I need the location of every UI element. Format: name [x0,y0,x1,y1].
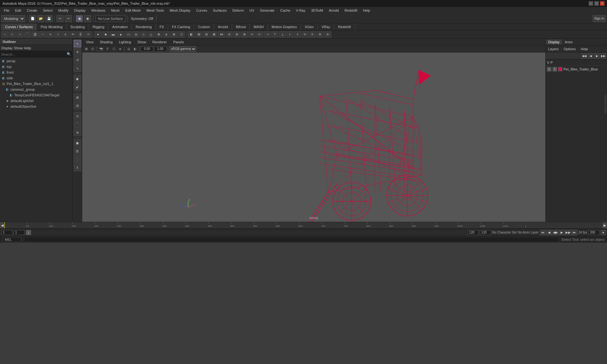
rotate-tool-btn[interactable]: ↺ [74,56,81,64]
menu-item-surfaces[interactable]: Surfaces [211,8,229,13]
menu-item-uv[interactable]: UV [247,8,257,13]
play-back-btn[interactable]: ◀▶ [553,230,558,235]
paint-btn[interactable]: 🖌 [74,83,81,91]
detach-btn[interactable]: ⊥ [279,31,286,38]
current-frame-input[interactable] [14,230,25,235]
menu-item-file[interactable]: File [1,8,12,13]
frame-range-end-display[interactable] [480,230,491,235]
viewport-menu-show[interactable]: Show [135,39,149,45]
viewport-menu-view[interactable]: View [83,39,96,45]
outliner-search-input[interactable] [1,52,67,56]
menu-item-arnold[interactable]: Arnold [326,8,341,13]
tab-fx[interactable]: FX [156,23,168,30]
frame-end-input[interactable] [468,230,479,235]
script-btn[interactable]: λ [74,164,81,171]
frame-start-input[interactable] [1,230,12,235]
rect-icon-btn[interactable]: □ [9,31,16,38]
target-weld-btn[interactable]: ⊙ [226,31,233,38]
snap-curve-btn[interactable]: ⌒ [74,120,81,128]
redo-btn[interactable]: ↪ [65,15,72,22]
pipe-btn[interactable]: ⊕ [155,31,162,38]
bridge-btn[interactable]: ⊟ [203,31,210,38]
timeline-scroll-left[interactable]: ◀ [0,222,4,229]
outliner-item[interactable]: ●defaultObjectSet [0,104,72,109]
menu-item-edit[interactable]: Edit [13,8,24,13]
helix2-btn[interactable]: ⌀ [163,31,170,38]
viewport-canvas[interactable]: front [82,52,545,222]
offset-edge-btn[interactable]: ⊣ [264,31,271,38]
vp-wireframe-btn[interactable]: ⬡ [111,46,117,52]
spiral-icon-btn[interactable]: @ [32,31,39,38]
soft-select-btn[interactable]: ◉ [74,75,81,82]
torus-btn[interactable]: ◎ [132,31,139,38]
close-button[interactable]: ✕ [600,1,604,6]
boolean-btn[interactable]: ⊨ [302,31,309,38]
viewport-menu-shading[interactable]: Shading [97,39,115,45]
select-tool-btn[interactable]: ↖ [74,40,81,47]
tab-fx-caching[interactable]: FX Caching [168,23,194,30]
tab-rigging[interactable]: Rigging [89,23,108,30]
tab-motion-graphics[interactable]: Motion Graphics [268,23,301,30]
outliner-item[interactable]: ◧front [0,70,72,75]
viewport-menu-lighting[interactable]: Lighting [116,39,134,45]
menu-item-display[interactable]: Display [72,8,88,13]
smooth-btn[interactable]: ⊩ [309,31,316,38]
vp-fit-sel-btn[interactable]: ⊡ [90,46,95,52]
menu-item-3dtoall[interactable]: 3DToAll [309,8,326,13]
outliner-item[interactable]: ◧camera1_group [0,87,72,92]
pencil-btn[interactable]: ✏ [70,31,77,38]
vp-xray-btn[interactable]: ◎ [126,46,132,52]
outliner-item[interactable]: ◧TempCamFBXASC046Target [0,92,72,98]
helix-icon-btn[interactable]: ⌇ [54,31,61,38]
plane-btn[interactable]: ▭ [125,31,132,38]
scale-tool-btn[interactable]: ⤡ [74,64,81,72]
step-back-btn[interactable]: ◀ [546,230,552,235]
tab-xgen[interactable]: XGen [301,23,318,30]
curve-icon-btn[interactable]: ∩ [16,31,23,38]
bezier-btn[interactable]: β [77,31,84,38]
select-btn[interactable]: ▣ [76,15,83,22]
maximize-button[interactable]: □ [594,1,599,6]
hide-manip-btn[interactable]: ⊟ [74,102,81,109]
layer-nav-first[interactable]: ◀◀ [582,53,587,58]
layer-nav-next[interactable]: ▶ [594,53,599,58]
tab-sculpting[interactable]: Sculpting [67,23,89,30]
layer-item[interactable]: V P Pet_Bike_Trailer_Blue [546,66,607,72]
ep-curve-btn[interactable]: ε [62,31,69,38]
anim-tab[interactable]: Anim [562,39,575,45]
split-btn[interactable]: ⊦ [286,31,293,38]
undo-btn[interactable]: ↩ [57,15,64,22]
menu-item-redshift[interactable]: Redshift [342,8,360,13]
mel-label[interactable]: MEL [3,237,21,242]
vp-shadow-btn[interactable]: ◐ [132,46,138,52]
connect-line-btn[interactable]: ⋮ [74,155,81,163]
insert-edge-btn[interactable]: ⊢ [256,31,263,38]
menu-item-mesh-display[interactable]: Mesh Display [167,8,193,13]
outliner-item[interactable]: ◧side [0,75,72,81]
soccer-btn[interactable]: ⊗ [170,31,177,38]
help-menu-right[interactable]: Help [579,47,589,51]
cyl-btn[interactable]: ▬ [110,31,117,38]
platonic-btn[interactable]: ⬡ [178,31,185,38]
layer-visibility-btn[interactable]: V [547,67,551,71]
new-btn[interactable]: 📄 [29,15,36,22]
outliner-item[interactable]: ◈defaultLightSet [0,98,72,104]
snap-grid-btn[interactable]: ⊙ [74,112,81,120]
merge-btn[interactable]: ⋈ [218,31,225,38]
menu-item-mesh[interactable]: Mesh [108,8,122,13]
display-tab[interactable]: Display [546,39,562,45]
vp-smooth-btn[interactable]: ● [117,46,123,52]
tab-bifrost[interactable]: Bifrost [232,23,250,30]
connect-btn[interactable]: ⊤ [271,31,278,38]
vp-gamma-select[interactable]: sRGB gamma [169,46,196,52]
minimize-button[interactable]: ─ [589,1,593,6]
layers-menu[interactable]: Layers [547,47,560,51]
cube-btn[interactable]: ■ [102,31,109,38]
menu-item-edit-mesh[interactable]: Edit Mesh [123,8,143,13]
outliner-item[interactable]: ◧top [0,64,72,70]
save-btn[interactable]: 💾 [46,15,52,22]
outliner-display-menu[interactable]: Display [1,46,13,50]
mel-input[interactable] [24,237,559,242]
options-menu[interactable]: Options [562,47,577,51]
outliner-item[interactable]: ▤Pet_Bike_Trailer_Blue_ncl1_1 [0,81,72,87]
